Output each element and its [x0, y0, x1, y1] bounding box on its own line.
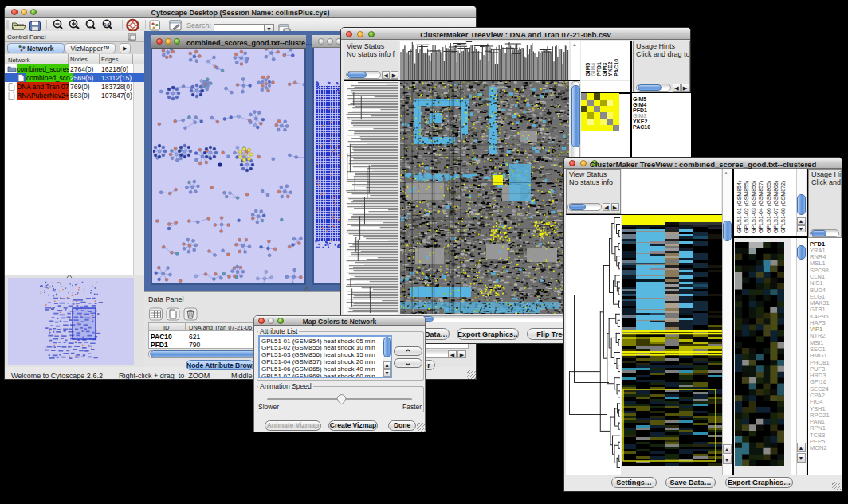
svg-text:Search:: Search: — [186, 21, 211, 29]
svg-text:1:1: 1:1 — [104, 22, 109, 27]
